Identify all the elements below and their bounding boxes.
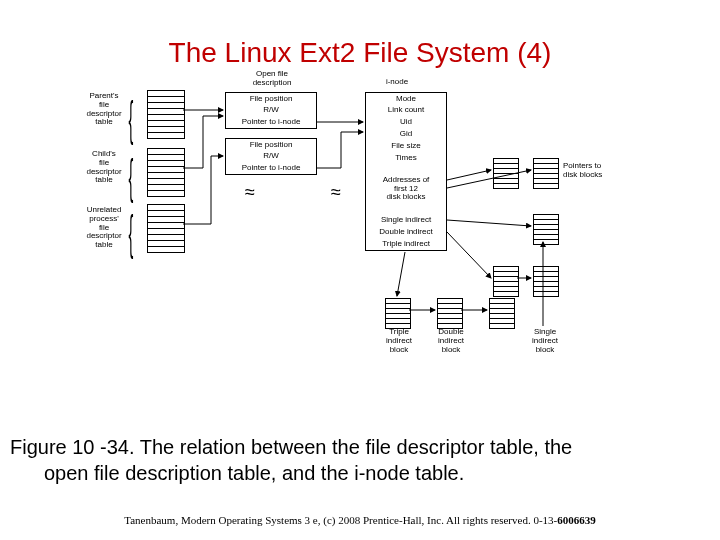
svg-line-14 xyxy=(447,232,491,278)
double-indirect-block xyxy=(493,266,519,297)
svg-line-13 xyxy=(447,220,531,226)
brace-icon: { xyxy=(129,216,134,250)
triple-l2-block xyxy=(437,298,463,329)
brace-icon: { xyxy=(129,160,134,194)
approx-icon: ≈ xyxy=(331,182,341,203)
triple-indirect-block xyxy=(385,298,411,329)
triple-l3-block xyxy=(489,298,515,329)
ofd-ptr-1: Pointer to i-node xyxy=(225,116,317,129)
caption-line-2: open file description table, and the i-n… xyxy=(10,460,710,486)
inode-addrs: Addresses of first 12 disk blocks xyxy=(365,164,447,215)
svg-line-16 xyxy=(397,252,405,296)
label-single-block: Single indirect block xyxy=(525,328,565,354)
diagram: Open file description i-node Parent's fi… xyxy=(85,70,625,410)
brace-icon: { xyxy=(129,102,134,136)
footer-text: Tanenbaum, Modern Operating Systems 3 e,… xyxy=(124,514,557,526)
label-double-block: Double indirect block xyxy=(431,328,471,354)
header-ofd: Open file description xyxy=(237,70,307,88)
figure-caption: Figure 10 -34. The relation between the … xyxy=(10,434,710,486)
disk-block-stack xyxy=(493,158,519,189)
unrelated-fd-table xyxy=(147,204,185,253)
svg-line-11 xyxy=(447,170,491,180)
footer-credit: Tanenbaum, Modern Operating Systems 3 e,… xyxy=(0,514,720,526)
inode-triple: Triple indirect xyxy=(365,238,447,251)
page-title: The Linux Ext2 File System (4) xyxy=(0,19,720,69)
label-child-fd: Child's file descriptor table xyxy=(83,150,125,185)
disk-block-stack xyxy=(533,158,559,189)
child-fd-table xyxy=(147,148,185,197)
label-ptrs-disk: Pointers to disk blocks xyxy=(563,162,623,180)
header-inode: i-node xyxy=(377,78,417,87)
caption-line-1: Figure 10 -34. The relation between the … xyxy=(10,436,572,458)
single-indirect-block xyxy=(533,214,559,245)
approx-icon: ≈ xyxy=(245,182,255,203)
label-unrelated-fd: Unrelated process' file descriptor table xyxy=(81,206,127,250)
double-target-block xyxy=(533,266,559,297)
footer-isbn: 6006639 xyxy=(557,514,596,526)
label-triple-block: Triple indirect block xyxy=(379,328,419,354)
label-parent-fd: Parent's file descriptor table xyxy=(83,92,125,127)
ofd-ptr-2: Pointer to i-node xyxy=(225,162,317,175)
parent-fd-table xyxy=(147,90,185,139)
